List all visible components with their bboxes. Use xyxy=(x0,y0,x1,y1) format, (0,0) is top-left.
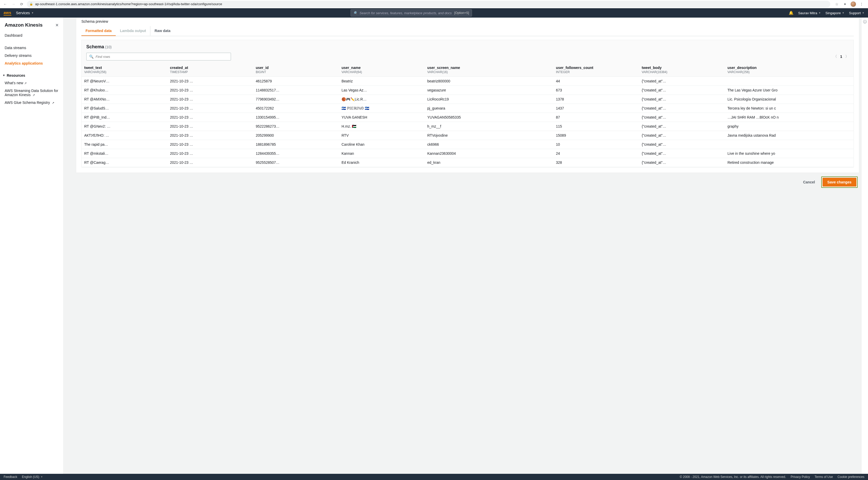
column-header[interactable]: created_atTIMESTAMP xyxy=(167,63,253,77)
info-icon[interactable]: ⓘ xyxy=(863,20,867,474)
cell: Ed Kranich xyxy=(339,158,425,167)
cell: 2021-10-23 … xyxy=(167,95,253,104)
aws-search[interactable]: 🔍 Search for services, features, marketp… xyxy=(350,9,472,17)
sidebar-item-analytics[interactable]: Analytics applications xyxy=(0,59,63,67)
info-panel-toggle: ⓘ xyxy=(861,18,868,474)
tab-formatted-data[interactable]: Formatted data xyxy=(82,26,116,36)
cell: Kannan23630004 xyxy=(425,149,553,158)
cell: RT @NeuroV… xyxy=(82,77,167,86)
table-row[interactable]: RT @NeuroV…2021-10-23 …46125879Beatrizbe… xyxy=(82,77,854,86)
region-menu[interactable]: Singapore▼ xyxy=(826,11,844,15)
reload-icon[interactable]: ⟳ xyxy=(19,1,25,7)
prev-page-icon[interactable]: 〈 xyxy=(833,54,837,59)
cell: YUVAGAN50585335 xyxy=(425,113,553,122)
cell: 205299900 xyxy=(253,131,339,140)
cell: 1330154995… xyxy=(253,113,339,122)
external-link-icon: ↗ xyxy=(52,101,54,104)
cell: 9522286273… xyxy=(253,122,339,131)
cell: …JAI SHRI RAM …BlOcK nO n xyxy=(725,113,854,122)
sidebar-item-delivery-streams[interactable]: Delivery streams xyxy=(0,52,63,59)
notifications-icon[interactable]: 🔔 xyxy=(789,10,794,15)
language-menu[interactable]: English (US)▼ xyxy=(22,475,43,479)
forward-icon[interactable]: → xyxy=(10,1,17,7)
column-header[interactable]: user_idBIGINT xyxy=(253,63,339,77)
cell: {"created_at"… xyxy=(639,86,725,95)
sidebar-item-glue[interactable]: AWS Glue Schema Registry ↗ xyxy=(0,99,63,107)
column-header[interactable]: tweet_textVARCHAR(256) xyxy=(82,63,167,77)
next-page-icon[interactable]: 〉 xyxy=(845,54,849,59)
services-menu[interactable]: Services ▼ xyxy=(16,11,34,15)
column-header[interactable]: user_screen_nameVARCHAR(16) xyxy=(425,63,553,77)
terms-link[interactable]: Terms of Use xyxy=(814,475,833,479)
chevron-down-icon: ▼ xyxy=(862,11,864,14)
table-row[interactable]: The rapid pa…2021-10-23 …1881896785Carol… xyxy=(82,140,854,149)
cell: 7796903492… xyxy=(253,95,339,104)
cell: The Las Vegas Azure User Gro xyxy=(725,86,854,95)
table-row[interactable]: АКТУЕЛНО: …2021-10-23 …205299900RTVRTVoj… xyxy=(82,131,854,140)
cell: RTV xyxy=(339,131,425,140)
save-changes-button[interactable]: Save changes xyxy=(823,178,857,186)
find-rows-input[interactable]: 🔍 xyxy=(86,53,231,60)
find-rows-field[interactable] xyxy=(96,55,228,59)
cell: {"created_at"… xyxy=(639,104,725,113)
table-row[interactable]: RT @mkstali…2021-10-23 …1284439355…Kanna… xyxy=(82,149,854,158)
column-header[interactable]: user_descriptionVARCHAR(256) xyxy=(725,63,854,77)
table-row[interactable]: RT @PIB_Ind…2021-10-23 …1330154995…YUVA … xyxy=(82,113,854,122)
cell: Tercera ley de Newton: si un c xyxy=(725,104,854,113)
support-menu[interactable]: Support▼ xyxy=(849,11,864,15)
table-row[interactable]: RT @SaludS…2021-10-23 …450172262🇸🇻 ℙ𝕀𝔼ℝ𝕀… xyxy=(82,104,854,113)
chevron-down-icon: ▼ xyxy=(818,11,821,14)
cell: RT @SaludS… xyxy=(82,104,167,113)
cell: h_mz__f xyxy=(425,122,553,131)
star-icon[interactable]: ☆ xyxy=(834,1,840,7)
column-header[interactable]: tweet_bodyVARCHAR(16384) xyxy=(639,63,725,77)
cell: pj_guevara xyxy=(425,104,553,113)
schema-panel: Schema preview Formatted data Lambda out… xyxy=(76,18,859,173)
cell: RT @AMXNo… xyxy=(82,95,167,104)
preview-tabs: Formatted data Lambda output Raw data xyxy=(82,26,854,36)
main-content: Schema preview Formatted data Lambda out… xyxy=(64,18,868,474)
close-icon[interactable]: ✕ xyxy=(55,23,59,28)
aws-top-nav: aws Services ▼ 🔍 Search for services, fe… xyxy=(0,8,868,18)
table-row[interactable]: RT @AMXNo…2021-10-23 …7796903492…🏀🎮✏️Lic… xyxy=(82,95,854,104)
profile-avatar[interactable] xyxy=(850,1,856,7)
table-row[interactable]: RT @GNev2: …2021-10-23 …9522286273…H.mz.… xyxy=(82,122,854,131)
cell: Live in the sunshine where yo xyxy=(725,149,854,158)
table-row[interactable]: RT @Caerag…2021-10-23 …9525528507…Ed Kra… xyxy=(82,158,854,167)
tab-raw-data[interactable]: Raw data xyxy=(150,26,175,36)
account-menu[interactable]: Saurav Mitra▼ xyxy=(798,11,821,15)
schema-card: Schema (10) 🔍 〈 1 〉 xyxy=(82,40,854,168)
column-header[interactable]: user_followers_countINTEGER xyxy=(553,63,639,77)
back-icon[interactable]: ← xyxy=(2,1,8,7)
cell: RT @PIB_Ind… xyxy=(82,113,167,122)
cell: 🇸🇻 ℙ𝕀𝔼ℝ𝕀ℕ𝕆 🇸🇻 xyxy=(339,104,425,113)
pager: 〈 1 〉 xyxy=(833,54,849,59)
search-icon: 🔍 xyxy=(89,55,94,59)
cell: 2021-10-23 … xyxy=(167,113,253,122)
cancel-button[interactable]: Cancel xyxy=(801,178,817,186)
cell: 1437 xyxy=(553,104,639,113)
chevron-down-icon: ▼ xyxy=(32,11,34,14)
cell: 9525528507… xyxy=(253,158,339,167)
privacy-link[interactable]: Privacy Policy xyxy=(791,475,810,479)
extensions-icon[interactable]: ✦ xyxy=(842,1,848,7)
sidebar-item-whats-new[interactable]: What's new↗ xyxy=(0,79,63,87)
sidebar-group-resources[interactable]: ▼Resources xyxy=(0,72,63,79)
sidebar-item-data-streams[interactable]: Data streams xyxy=(0,44,63,52)
cell: YUVA GANESH xyxy=(339,113,425,122)
search-shortcut: [Option+S] xyxy=(455,11,469,15)
cell: 2021-10-23 … xyxy=(167,158,253,167)
table-row[interactable]: RT @Khuloo…2021-10-23 …1148832517…Las Ve… xyxy=(82,86,854,95)
sidebar-item-dashboard[interactable]: Dashboard xyxy=(0,32,63,39)
url-bar[interactable]: 🔒 ap-southeast-1.console.aws.amazon.com/… xyxy=(27,1,830,7)
aws-logo[interactable]: aws xyxy=(4,10,11,16)
tab-lambda-output[interactable]: Lambda output xyxy=(116,26,150,36)
feedback-link[interactable]: Feedback xyxy=(4,475,17,479)
column-header[interactable]: user_nameVARCHAR(64) xyxy=(339,63,425,77)
console-footer: Feedback English (US)▼ © 2008 - 2021, Am… xyxy=(0,474,868,480)
sidebar-item-streaming-solution[interactable]: AWS Streaming Data Solution for Amazon K… xyxy=(0,87,63,99)
cell: 1378 xyxy=(553,95,639,104)
menu-icon[interactable]: ⋮ xyxy=(859,1,864,7)
cookies-link[interactable]: Cookie preferences xyxy=(838,475,864,479)
cell: 2021-10-23 … xyxy=(167,131,253,140)
